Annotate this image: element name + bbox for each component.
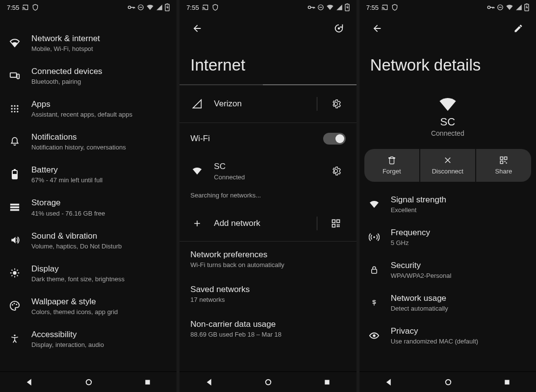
internet-screen: 7:55 Internet Verizon (179, 0, 356, 392)
row-display[interactable]: Display Dark theme, font size, brightnes… (0, 257, 177, 290)
network-preferences-row[interactable]: Network preferences Wi-Fi turns back on … (179, 242, 356, 276)
qr-scan-button[interactable] (326, 214, 346, 233)
svg-rect-31 (346, 3, 348, 4)
qr-icon (331, 219, 341, 228)
svg-rect-33 (332, 220, 335, 223)
nav-back-icon[interactable] (25, 378, 34, 387)
wifi-icon (369, 200, 380, 209)
row-battery[interactable]: Battery 67% - 47 min left until full (0, 158, 177, 191)
reset-button[interactable] (329, 19, 349, 38)
svg-rect-5 (17, 74, 20, 78)
pencil-icon (513, 24, 523, 33)
svg-rect-16 (14, 169, 16, 171)
svg-point-7 (14, 105, 15, 106)
nav-home-icon[interactable] (444, 378, 453, 387)
detail-signal[interactable]: Signal strength Excellent (359, 188, 536, 220)
detail-privacy[interactable]: Privacy Use randomized MAC (default) (359, 319, 536, 352)
accessibility-icon (10, 333, 20, 344)
data-usage-row[interactable]: Non-carrier data usage 88.69 GB used Feb… (179, 311, 356, 346)
row-accessibility[interactable]: Accessibility Display, interaction, audi… (0, 322, 177, 355)
row-apps[interactable]: Apps Assistant, recent apps, default app… (0, 92, 177, 125)
nav-back-icon[interactable] (205, 378, 214, 387)
settings-list[interactable]: Network & internet Mobile, Wi-Fi, hotspo… (0, 15, 177, 371)
carrier-row[interactable]: Verizon (179, 85, 356, 122)
row-sub: Detect automatically (391, 305, 528, 312)
network-settings-button[interactable] (326, 161, 346, 181)
back-button[interactable] (187, 19, 207, 38)
arrow-back-icon (372, 23, 383, 34)
svg-rect-48 (500, 161, 503, 164)
nav-recents-icon[interactable] (144, 378, 152, 386)
nav-recents-icon[interactable] (503, 378, 511, 386)
battery-status-icon (524, 3, 529, 11)
row-title: Connected devices (31, 66, 169, 77)
close-icon (443, 156, 452, 165)
nav-recents-icon[interactable] (323, 378, 331, 386)
back-button[interactable] (367, 19, 387, 38)
eye-icon (369, 332, 380, 340)
row-sub: Wi-Fi turns back on automatically (190, 261, 345, 269)
row-title: Privacy (391, 326, 528, 337)
status-bar: 7:55 (359, 0, 536, 15)
edit-button[interactable] (509, 19, 528, 38)
row-title: Storage (31, 197, 169, 208)
detail-security[interactable]: Security WPA/WPA2-Personal (359, 253, 536, 286)
row-wallpaper[interactable]: Wallpaper & style Colors, themed icons, … (0, 290, 177, 322)
svg-rect-27 (145, 380, 150, 384)
gear-icon (331, 99, 341, 109)
svg-point-6 (11, 105, 13, 106)
signal-icon (156, 4, 163, 11)
row-title: Wallpaper & style (31, 296, 169, 307)
detail-frequency[interactable]: Frequency 5 GHz (359, 220, 536, 253)
row-sub: 17 networks (190, 296, 345, 303)
cast-icon (22, 4, 29, 11)
row-title: Non-carrier data usage (190, 319, 345, 330)
row-sub: 88.69 GB used Feb 18 – Mar 18 (190, 331, 345, 338)
share-button[interactable]: Share (476, 149, 531, 182)
pill-label: Share (495, 168, 512, 175)
svg-rect-38 (336, 226, 338, 227)
battery-status-icon (345, 3, 350, 11)
row-network-internet[interactable]: Network & internet Mobile, Wi-Fi, hotspo… (0, 26, 177, 59)
conn-status: Connected (214, 173, 316, 181)
connected-network-row[interactable]: SC Connected (179, 154, 356, 188)
row-title: Security (391, 260, 528, 271)
svg-rect-35 (332, 224, 335, 227)
nav-home-icon[interactable] (264, 378, 273, 387)
saved-networks-row[interactable]: Saved networks 17 networks (179, 276, 356, 311)
ssid: SC (214, 161, 316, 172)
forget-button[interactable]: Forget (364, 149, 419, 182)
svg-rect-20 (10, 209, 19, 211)
row-connected-devices[interactable]: Connected devices Bluetooth, pairing (0, 59, 177, 92)
svg-point-8 (17, 105, 18, 106)
arrow-back-icon (192, 23, 203, 34)
disconnect-button[interactable]: Disconnect (420, 149, 475, 182)
row-sub: Bluetooth, pairing (31, 78, 169, 85)
signal-icon (192, 99, 202, 109)
svg-point-12 (11, 111, 13, 112)
row-notifications[interactable]: Notifications Notification history, conv… (0, 125, 177, 158)
status-bar: 7:55 (0, 0, 177, 15)
add-network-row[interactable]: Add network (179, 206, 356, 241)
row-title: Notifications (31, 132, 169, 143)
row-storage[interactable]: Storage 41% used - 76.16 GB free (0, 191, 177, 223)
row-sub: Display, interaction, audio (31, 341, 169, 348)
svg-point-40 (266, 379, 271, 385)
row-sub: Assistant, recent apps, default apps (31, 111, 169, 118)
nav-home-icon[interactable] (84, 378, 93, 387)
nav-back-icon[interactable] (384, 378, 393, 387)
svg-rect-49 (504, 161, 505, 162)
svg-rect-55 (505, 380, 509, 384)
wifi-label: Wi-Fi (190, 133, 313, 144)
svg-point-42 (487, 6, 490, 8)
row-title: Network & internet (31, 33, 169, 44)
android-nav-bar (359, 371, 536, 392)
row-sub: Mobile, Wi-Fi, hotspot (31, 45, 169, 52)
wifi-toggle[interactable] (323, 133, 346, 145)
conn-status: Connected (431, 129, 464, 137)
svg-rect-46 (500, 157, 503, 159)
detail-usage[interactable]: Network usage Detect automatically (359, 286, 536, 319)
row-sound[interactable]: Sound & vibration Volume, haptics, Do No… (0, 224, 177, 257)
wifi-status-icon (146, 4, 154, 11)
carrier-settings-button[interactable] (326, 94, 346, 114)
